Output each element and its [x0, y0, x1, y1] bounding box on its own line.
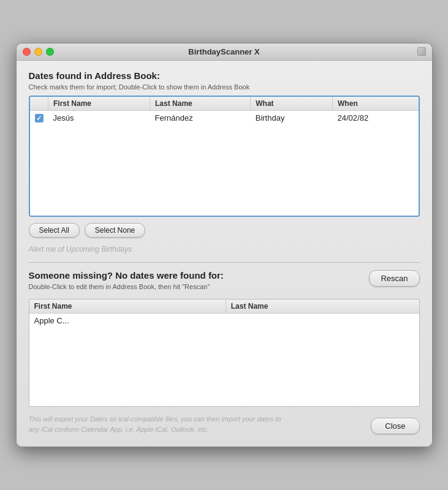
main-window: BirthdayScanner X Dates found in Address… — [16, 43, 433, 448]
table-row-empty — [30, 125, 419, 216]
traffic-lights — [23, 48, 54, 56]
missing-table-row[interactable]: Apple C... — [29, 314, 419, 328]
resize-button[interactable] — [417, 47, 426, 56]
col-when: When — [333, 97, 419, 111]
col-what: What — [251, 97, 333, 111]
window-content: Dates found in Address Book: Check marks… — [17, 61, 432, 447]
row-what: Birthday — [251, 110, 333, 125]
selection-buttons-row: Select All Select None — [29, 223, 420, 238]
section2-title: Someone missing? No dates were found for… — [29, 270, 370, 281]
divider — [29, 262, 420, 263]
alert-text: Alert me of Upcoming Birthdays — [29, 245, 420, 254]
row-last-name: Fernández — [150, 110, 251, 125]
missing-row-first-name: Apple C... — [29, 314, 226, 328]
col2-first-name: First Name — [29, 300, 226, 314]
section1-subtitle: Check marks them for import; Double-Clic… — [29, 83, 420, 91]
footer-text: This will export your Dates as ical-comp… — [29, 414, 286, 434]
row-checkbox-cell[interactable]: ✓ — [30, 110, 48, 125]
section2-titles: Someone missing? No dates were found for… — [29, 270, 370, 295]
title-bar: BirthdayScanner X — [17, 43, 432, 61]
minimize-traffic-light[interactable] — [34, 48, 42, 56]
window-title: BirthdayScanner X — [188, 47, 259, 56]
section1-title: Dates found in Address Book: — [29, 70, 420, 81]
close-traffic-light[interactable] — [23, 48, 31, 56]
row-when: 24/02/82 — [333, 110, 419, 125]
col-first-name: First Name — [48, 97, 150, 111]
row-first-name: Jesús — [48, 110, 150, 125]
dates-table: First Name Last Name What When ✓ Jesús F… — [30, 97, 419, 216]
checkbox-checked[interactable]: ✓ — [35, 114, 44, 123]
select-all-button[interactable]: Select All — [29, 223, 80, 238]
col2-last-name: Last Name — [226, 300, 419, 314]
missing-table-row-empty — [29, 328, 419, 406]
missing-table-header: First Name Last Name — [29, 300, 419, 314]
close-button[interactable]: Close — [371, 418, 419, 434]
section2-subtitle: Double-Click to edit them in Address Boo… — [29, 283, 370, 290]
col-last-name: Last Name — [150, 97, 251, 111]
maximize-traffic-light[interactable] — [46, 48, 54, 56]
dates-table-container: First Name Last Name What When ✓ Jesús F… — [29, 96, 420, 217]
table-row[interactable]: ✓ Jesús Fernández Birthday 24/02/82 — [30, 110, 419, 125]
rescan-button[interactable]: Rescan — [369, 270, 419, 287]
col-checkbox — [30, 97, 48, 111]
dates-table-header: First Name Last Name What When — [30, 97, 419, 111]
missing-table-body: Apple C... — [29, 314, 419, 407]
missing-row-last-name — [226, 314, 419, 328]
missing-table: First Name Last Name Apple C... — [29, 300, 419, 406]
bottom-section: This will export your Dates as ical-comp… — [29, 414, 420, 434]
missing-table-container: First Name Last Name Apple C... — [29, 299, 420, 407]
select-none-button[interactable]: Select None — [85, 223, 145, 238]
section2-header: Someone missing? No dates were found for… — [29, 270, 420, 295]
dates-table-body: ✓ Jesús Fernández Birthday 24/02/82 — [30, 110, 419, 216]
